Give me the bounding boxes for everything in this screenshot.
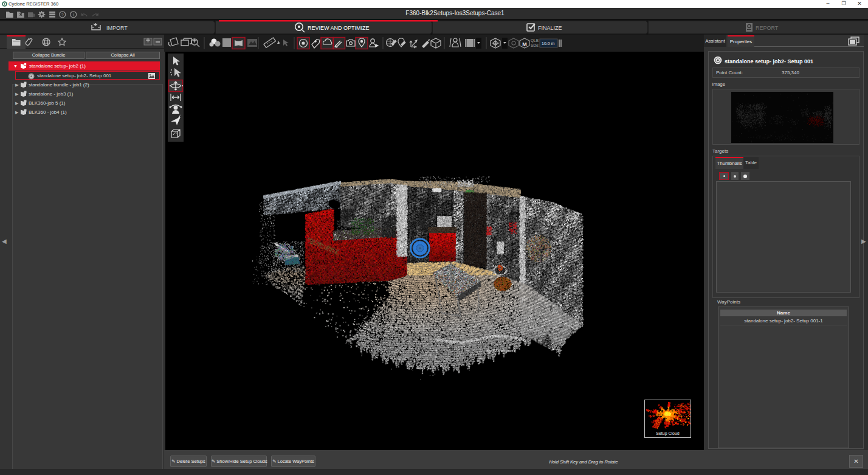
svg-text:M: M [522, 41, 527, 47]
svg-text:QLB: QLB [531, 38, 539, 43]
svg-text:?: ? [61, 12, 64, 18]
svg-text:IMPORT: IMPORT [106, 25, 128, 31]
svg-text:REVIEW AND OPTIMIZE: REVIEW AND OPTIMIZE [308, 25, 370, 31]
svg-text:FINALIZE: FINALIZE [538, 25, 562, 31]
svg-text:i: i [73, 12, 74, 18]
svg-text:10.0 m: 10.0 m [542, 41, 555, 46]
svg-text:Size:: Size: [531, 43, 540, 47]
svg-text:REPORT: REPORT [756, 25, 779, 31]
